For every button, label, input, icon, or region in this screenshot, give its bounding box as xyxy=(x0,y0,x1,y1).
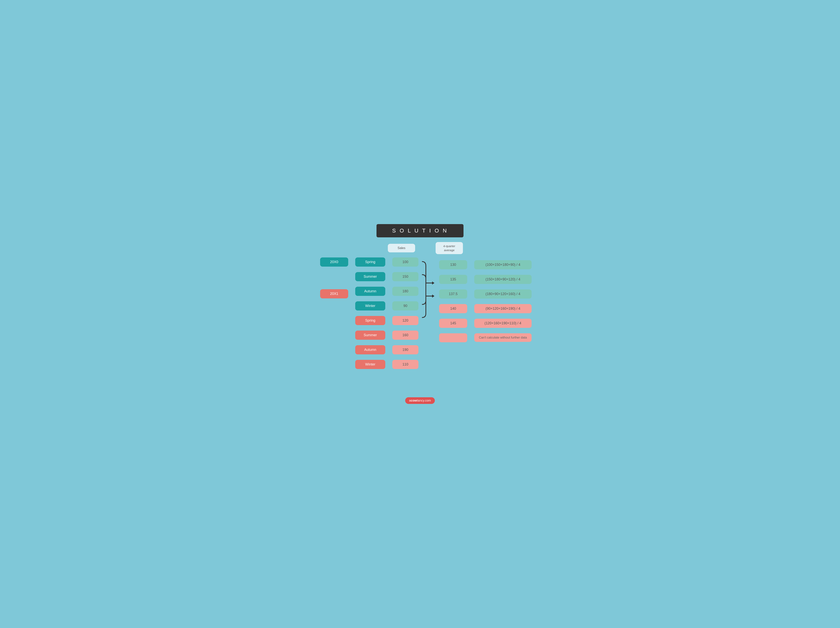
formula-2: (150+180+90+120) / 4 xyxy=(474,275,532,284)
watermark-suffix: tancy.com xyxy=(417,399,431,402)
season-20x1-winter: Winter xyxy=(355,360,385,369)
avg-5: 145 xyxy=(439,319,467,328)
year-label-20x0: 20X0 xyxy=(320,257,348,267)
avg-6 xyxy=(439,333,467,342)
page-wrapper: S O L U T I O N Sales 4-quarter average … xyxy=(313,224,527,404)
formula-3: (180+90+120+160) / 4 xyxy=(474,289,532,298)
season-20x1-summer: Summer xyxy=(355,331,385,340)
sales-20x0-autumn: 180 xyxy=(392,287,418,296)
svg-marker-3 xyxy=(432,295,434,298)
sales-column-header: Sales xyxy=(388,244,415,252)
watermark: acowtancy.com xyxy=(405,397,435,404)
bracket-arrows-svg xyxy=(420,256,436,389)
sales-20x1-winter: 110 xyxy=(392,360,418,369)
title-banner: S O L U T I O N xyxy=(376,224,464,237)
formula-1: (100+150+180+90) / 4 xyxy=(474,260,532,269)
sales-20x1-autumn: 190 xyxy=(392,345,418,354)
season-20x0-spring: Spring xyxy=(355,257,385,267)
title-text: S O L U T I O N xyxy=(392,227,448,234)
sales-20x0-summer: 150 xyxy=(392,272,418,281)
season-20x1-spring: Spring xyxy=(355,316,385,325)
avg-3: 137.5 xyxy=(439,289,467,298)
season-20x0-autumn: Autumn xyxy=(355,287,385,296)
formula-6: Can't calculate without further data xyxy=(474,333,532,342)
sales-20x0-spring: 100 xyxy=(392,257,418,267)
watermark-brand: cow xyxy=(411,399,417,402)
formula-4: (90+120+160+190) / 4 xyxy=(474,304,532,313)
season-20x0-winter: Winter xyxy=(355,301,385,311)
sales-20x1-summer: 160 xyxy=(392,331,418,340)
season-20x0-summer: Summer xyxy=(355,272,385,281)
formula-5: (120+160+190+110) / 4 xyxy=(474,319,532,328)
sales-20x1-spring: 120 xyxy=(392,316,418,325)
svg-marker-1 xyxy=(432,281,434,284)
avg-2: 135 xyxy=(439,275,467,284)
avg-column-header: 4-quarter average xyxy=(436,242,463,254)
watermark-prefix: a xyxy=(409,399,411,402)
avg-1: 130 xyxy=(439,260,467,269)
avg-4: 140 xyxy=(439,304,467,313)
season-20x1-autumn: Autumn xyxy=(355,345,385,354)
sales-20x0-winter: 90 xyxy=(392,301,418,311)
year-label-20x1: 20X1 xyxy=(320,289,348,298)
